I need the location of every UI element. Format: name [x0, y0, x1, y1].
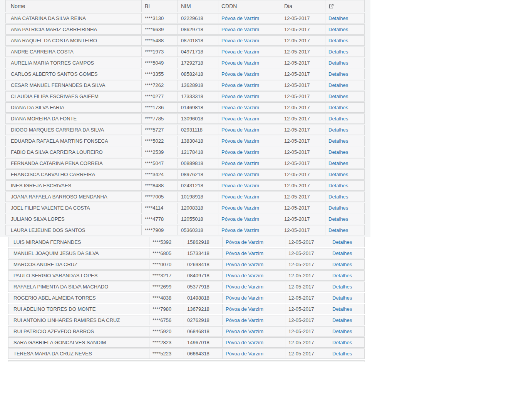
table-row: ANA RAQUEL DA COSTA MONTEIRO****54880870… [5, 35, 365, 46]
detalhes-link[interactable]: Detalhes [328, 38, 348, 43]
detalhes-link[interactable]: Detalhes [328, 216, 348, 222]
detalhes-link[interactable]: Detalhes [328, 138, 348, 144]
cell-bi: ****7909 [142, 225, 178, 235]
cddn-link[interactable]: Póvoa de Varzim [221, 138, 259, 144]
cell-cddn: Póvoa de Varzim [218, 169, 281, 180]
cddn-link[interactable]: Póvoa de Varzim [221, 60, 259, 66]
detalhes-link[interactable]: Detalhes [328, 93, 348, 99]
cell-bi: ****5920 [149, 326, 184, 337]
detalhes-link[interactable]: Detalhes [332, 351, 352, 357]
cddn-link[interactable]: Póvoa de Varzim [221, 49, 259, 55]
table-row: RAFAELA PIMENTA DA SILVA MACHADO****2699… [8, 282, 365, 292]
detalhes-link[interactable]: Detalhes [332, 328, 352, 334]
cddn-link[interactable]: Póvoa de Varzim [221, 160, 259, 166]
detalhes-link[interactable]: Detalhes [328, 205, 348, 211]
table-row: INES IGREJA ESCRIVAES****848802431218Póv… [5, 180, 365, 191]
table-row: LUIS MIRANDA FERNANDES****539215862918Pó… [8, 237, 365, 247]
cddn-link[interactable]: Póvoa de Varzim [221, 93, 259, 99]
cell-dia: 12-05-2017 [285, 315, 329, 325]
detalhes-link[interactable]: Detalhes [328, 194, 348, 200]
cddn-link[interactable]: Póvoa de Varzim [221, 82, 259, 88]
detalhes-link[interactable]: Detalhes [328, 82, 348, 88]
cddn-link[interactable]: Póvoa de Varzim [221, 116, 259, 122]
cell-dia: 12-05-2017 [285, 348, 329, 359]
detalhes-link[interactable]: Detalhes [332, 262, 352, 267]
cell-cddn: Póvoa de Varzim [218, 47, 281, 57]
detalhes-link[interactable]: Detalhes [328, 172, 348, 177]
cddn-link[interactable]: Póvoa de Varzim [226, 273, 263, 278]
cddn-link[interactable]: Póvoa de Varzim [226, 239, 263, 245]
detalhes-link[interactable]: Detalhes [328, 116, 348, 122]
cddn-link[interactable]: Póvoa de Varzim [226, 284, 263, 290]
detalhes-link[interactable]: Detalhes [328, 183, 348, 188]
cell-cddn: Póvoa de Varzim [218, 180, 281, 191]
detalhes-link[interactable]: Detalhes [332, 284, 352, 290]
column-header-cddn: CDDN [218, 0, 281, 12]
cell-nome: DIOGO MARQUES CARREIRA DA SILVA [5, 125, 142, 135]
table-row: SARA GABRIELA GONCALVES SANDIM****282314… [8, 337, 365, 348]
detalhes-link[interactable]: Detalhes [328, 105, 348, 110]
cddn-link[interactable]: Póvoa de Varzim [226, 295, 263, 301]
cddn-link[interactable]: Póvoa de Varzim [221, 127, 259, 133]
cddn-link[interactable]: Póvoa de Varzim [221, 149, 259, 155]
cell-bi: ****2823 [149, 337, 184, 348]
detalhes-link[interactable]: Detalhes [332, 317, 352, 323]
cell-bi: ****5727 [142, 125, 178, 135]
cell-nim: 02229618 [178, 13, 218, 23]
cddn-link[interactable]: Póvoa de Varzim [221, 15, 259, 21]
cell-nome: FRANCISCA CARVALHO CARREIRA [5, 169, 142, 180]
cell-nome: CLAUDIA FILIPA ESCRIVAES GAIFEM [5, 91, 142, 102]
detalhes-link[interactable]: Detalhes [328, 15, 348, 21]
cddn-link[interactable]: Póvoa de Varzim [221, 205, 259, 211]
cddn-link[interactable]: Póvoa de Varzim [221, 27, 259, 32]
cell-nim: 00889818 [178, 158, 218, 168]
cddn-link[interactable]: Póvoa de Varzim [226, 340, 263, 345]
detalhes-link[interactable]: Detalhes [332, 306, 352, 312]
cddn-link[interactable]: Póvoa de Varzim [221, 105, 259, 110]
cddn-link[interactable]: Póvoa de Varzim [221, 216, 259, 222]
detalhes-link[interactable]: Detalhes [332, 273, 352, 278]
detalhes-link[interactable]: Detalhes [328, 71, 348, 77]
cddn-link[interactable]: Póvoa de Varzim [226, 317, 263, 323]
cell-dia: 12-05-2017 [281, 225, 325, 235]
detalhes-link[interactable]: Detalhes [328, 149, 348, 155]
cell-bi: ****6805 [149, 248, 184, 258]
table-row: DIANA MOREIRA DA FONTE****778513096018Pó… [5, 113, 365, 124]
external-link-icon [328, 3, 361, 9]
cell-nome: JULIANO SILVA LOPES [5, 214, 142, 224]
cddn-link[interactable]: Póvoa de Varzim [221, 71, 259, 77]
cddn-link[interactable]: Póvoa de Varzim [221, 172, 259, 177]
table-row: FRANCISCA CARVALHO CARREIRA****342408976… [5, 169, 365, 180]
cell-bi: ****3130 [142, 13, 178, 23]
column-header-dia: Dia [281, 0, 325, 12]
detalhes-link[interactable]: Detalhes [328, 127, 348, 133]
cell-cddn: Póvoa de Varzim [218, 136, 281, 146]
cell-dia: 12-05-2017 [281, 58, 325, 68]
cell-dia: 12-05-2017 [281, 91, 325, 102]
detalhes-link[interactable]: Detalhes [332, 295, 352, 301]
cddn-link[interactable]: Póvoa de Varzim [221, 38, 259, 43]
cell-nome: LAURA LEJEUNE DOS SANTOS [5, 225, 142, 235]
detalhes-link[interactable]: Detalhes [332, 239, 352, 245]
cell-nome: MANUEL JOAQUIM JESUS DA SILVA [8, 248, 149, 258]
cell-detalhes: Detalhes [325, 47, 365, 57]
cddn-link[interactable]: Póvoa de Varzim [226, 328, 263, 334]
cddn-link[interactable]: Póvoa de Varzim [221, 227, 259, 233]
cddn-link[interactable]: Póvoa de Varzim [226, 351, 263, 357]
cddn-link[interactable]: Póvoa de Varzim [226, 306, 263, 312]
detalhes-link[interactable]: Detalhes [328, 49, 348, 55]
detalhes-link[interactable]: Detalhes [332, 250, 352, 256]
detalhes-link[interactable]: Detalhes [328, 227, 348, 233]
cddn-link[interactable]: Póvoa de Varzim [221, 183, 259, 188]
detalhes-link[interactable]: Detalhes [328, 160, 348, 166]
cddn-link[interactable]: Póvoa de Varzim [226, 250, 263, 256]
detalhes-link[interactable]: Detalhes [332, 340, 352, 345]
detalhes-link[interactable]: Detalhes [328, 60, 348, 66]
detalhes-link[interactable]: Detalhes [328, 27, 348, 32]
cddn-link[interactable]: Póvoa de Varzim [221, 194, 259, 200]
cddn-link[interactable]: Póvoa de Varzim [226, 262, 263, 267]
cell-detalhes: Detalhes [325, 180, 365, 191]
cell-dia: 12-05-2017 [285, 304, 329, 314]
cell-nim: 08976218 [178, 169, 218, 180]
cell-dia: 12-05-2017 [285, 326, 329, 337]
